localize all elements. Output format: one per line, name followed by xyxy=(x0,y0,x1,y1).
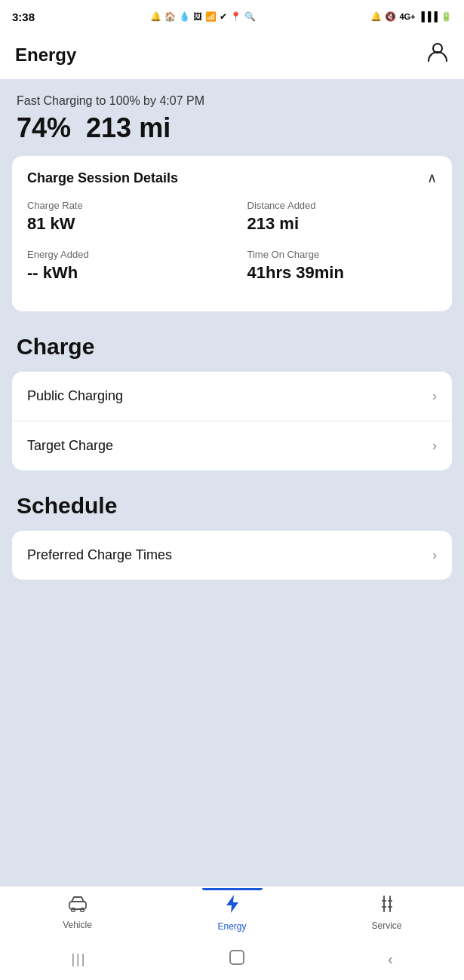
status-right-icons: 🔔 🔇 4G+ ▐▐▐ 🔋 xyxy=(370,11,452,22)
profile-button[interactable] xyxy=(426,41,449,69)
nav-item-energy[interactable]: Energy xyxy=(155,888,309,938)
notification-icon: 🔔 xyxy=(150,11,161,22)
energy-added-label: Energy Added xyxy=(27,249,217,260)
active-tab-indicator xyxy=(202,888,263,890)
target-charge-item[interactable]: Target Charge › xyxy=(12,421,452,470)
charge-menu-card: Public Charging › Target Charge › xyxy=(12,372,452,470)
charge-rate-label: Charge Rate xyxy=(27,200,217,211)
signal-bars-icon: ▐▐▐ xyxy=(418,11,438,22)
distance-added-item: Distance Added 213 mi xyxy=(247,200,438,234)
preferred-charge-times-chevron-icon: › xyxy=(432,547,437,563)
energy-added-value: -- kWh xyxy=(27,263,217,283)
charge-rate-value: 81 kW xyxy=(27,214,217,234)
nav-item-vehicle[interactable]: Vehicle xyxy=(0,890,155,936)
charge-rate-item: Charge Rate 81 kW xyxy=(27,200,217,234)
android-back-button[interactable]: ‹ xyxy=(388,951,393,968)
water-icon: 💧 xyxy=(179,11,190,22)
session-details-card: Charge Session Details ∧ Charge Rate 81 … xyxy=(12,156,452,311)
android-nav: ||| ‹ xyxy=(0,939,464,980)
preferred-charge-times-label: Preferred Charge Times xyxy=(27,547,172,563)
schedule-section-title: Schedule xyxy=(12,493,452,531)
status-time: 3:38 xyxy=(12,11,35,23)
session-details-toggle[interactable]: Charge Session Details ∧ xyxy=(12,156,452,200)
status-left-icons: 🔔 🏠 💧 🖼 📶 ✔ 📍 🔍 xyxy=(150,11,256,22)
battery-icon: 🔋 xyxy=(441,11,452,22)
search-icon: 🔍 xyxy=(244,11,256,22)
time-on-charge-value: 41hrs 39min xyxy=(247,263,438,283)
energy-tab-label: Energy xyxy=(217,921,246,932)
service-tab-label: Service xyxy=(371,920,401,931)
svg-rect-10 xyxy=(230,951,244,964)
charging-subtitle: Fast Charging to 100% by 4:07 PM xyxy=(17,94,447,108)
signal-4g-icon: 4G+ xyxy=(399,12,415,21)
alarm-icon: 🔔 xyxy=(370,11,382,22)
public-charging-label: Public Charging xyxy=(27,388,123,404)
distance-added-label: Distance Added xyxy=(247,200,438,211)
location-icon: 📍 xyxy=(230,11,241,22)
check-icon: ✔ xyxy=(220,11,227,22)
charge-section-title: Charge xyxy=(12,334,452,372)
distance-added-value: 213 mi xyxy=(247,214,438,234)
charging-range: 213 mi xyxy=(86,112,171,143)
svg-point-2 xyxy=(71,908,75,911)
session-details-title: Charge Session Details xyxy=(27,170,178,186)
image-icon: 🖼 xyxy=(193,11,202,22)
public-charging-item[interactable]: Public Charging › xyxy=(12,372,452,421)
android-home-button[interactable] xyxy=(229,949,245,969)
time-on-charge-item: Time On Charge 41hrs 39min xyxy=(247,249,438,283)
session-details-body: Charge Rate 81 kW Distance Added 213 mi … xyxy=(12,200,452,311)
session-row-2: Energy Added -- kWh Time On Charge 41hrs… xyxy=(27,249,437,283)
app-header: Energy xyxy=(0,33,464,79)
bottom-nav: Vehicle Energy Service xyxy=(0,886,464,939)
page-title: Energy xyxy=(15,44,76,66)
target-charge-chevron-icon: › xyxy=(432,438,437,454)
status-bar: 3:38 🔔 🏠 💧 🖼 📶 ✔ 📍 🔍 🔔 🔇 4G+ ▐▐▐ 🔋 xyxy=(0,0,464,33)
main-content: Fast Charging to 100% by 4:07 PM 74% 213… xyxy=(0,79,464,888)
target-charge-label: Target Charge xyxy=(27,438,113,454)
service-icon xyxy=(378,895,396,917)
home-icon: 🏠 xyxy=(164,11,176,22)
android-recents-button[interactable]: ||| xyxy=(71,951,86,967)
schedule-menu-card: Preferred Charge Times › xyxy=(12,531,452,580)
nav-item-service[interactable]: Service xyxy=(309,889,464,937)
mute-icon: 🔇 xyxy=(385,11,396,22)
public-charging-chevron-icon: › xyxy=(432,388,437,404)
vehicle-icon xyxy=(68,896,88,917)
chevron-up-icon: ∧ xyxy=(427,170,437,186)
wifi-icon: 📶 xyxy=(205,11,217,22)
session-row-1: Charge Rate 81 kW Distance Added 213 mi xyxy=(27,200,437,234)
vehicle-tab-label: Vehicle xyxy=(63,920,92,930)
energy-icon xyxy=(226,894,239,918)
charging-percentage: 74% xyxy=(17,112,71,143)
preferred-charge-times-item[interactable]: Preferred Charge Times › xyxy=(12,531,452,580)
time-on-charge-label: Time On Charge xyxy=(247,249,438,260)
charging-status: Fast Charging to 100% by 4:07 PM 74% 213… xyxy=(12,94,452,156)
charging-main-display: 74% 213 mi xyxy=(17,112,447,144)
svg-point-3 xyxy=(80,908,84,911)
energy-added-item: Energy Added -- kWh xyxy=(27,249,217,283)
